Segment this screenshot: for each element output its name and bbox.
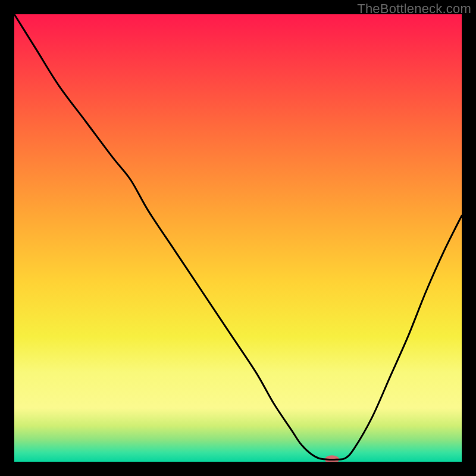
plot-area [14, 14, 462, 462]
chart-svg [14, 14, 462, 462]
chart-frame: TheBottleneck.com [0, 0, 476, 476]
gradient-background [14, 14, 462, 462]
